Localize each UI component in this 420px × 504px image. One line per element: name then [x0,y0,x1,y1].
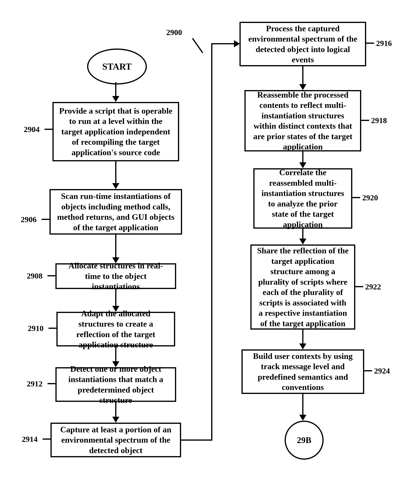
step-2918-text: Reassemble the processed contents to ref… [250,90,355,152]
step-2910: Adapt the allocated structures to create… [56,312,175,346]
connector-label: 29B [297,435,311,445]
step-2924-text: Build user contexts by using track messa… [247,351,358,393]
tick-2924 [364,370,372,371]
tick-2916 [366,42,374,44]
cross-v [211,43,212,441]
arrowhead-cross [234,40,240,47]
step-2908-text: Allocate structures in real-time to the … [61,260,170,292]
arrowhead-2924-conn [299,415,306,421]
step-2922-text: Share the reflection of the target appli… [256,246,349,329]
flowchart-canvas: { "figure_label": "2900", "start_label":… [0,0,420,504]
arrowhead-2904-2906 [112,183,119,189]
step-2920-text: Correlate the reassembled multi-instanti… [259,167,346,230]
step-2916-text: Process the captured environmental spect… [246,23,360,65]
step-2906: Scan run-time instantiations of objects … [49,189,182,234]
step-2914: Capture at least a portion of an environ… [50,423,181,457]
tick-2906 [42,219,49,220]
arrow-2904-2906 [115,161,116,183]
step-2920: Correlate the reassembled multi-instanti… [253,168,352,229]
arrow-2916-2918 [302,66,303,84]
cross-h1 [181,439,212,441]
ref-2906: 2906 [21,215,37,224]
ref-2912: 2912 [27,379,42,388]
arrow-start-2904 [115,82,116,96]
cross-h2 [211,43,234,44]
figure-label: 2900 [166,28,182,37]
step-2922: Share the reflection of the target appli… [250,245,355,330]
arrow-2920-2922 [302,229,303,239]
ref-2918: 2918 [371,116,387,125]
ref-2922: 2922 [365,282,381,291]
tick-2908 [48,275,55,276]
arrowhead-2922-2924 [299,343,306,349]
step-2918: Reassemble the processed contents to ref… [244,90,361,151]
arrowhead-2920-2922 [299,239,306,245]
connector-29b: 29B [285,421,324,460]
arrow-2912-2914 [115,402,116,417]
arrow-2908-2910 [115,289,116,306]
arrow-2910-2912 [115,346,116,361]
tick-2922 [355,286,363,287]
step-2912-text: Detect one or more object instantiations… [61,364,170,405]
ref-2916: 2916 [376,39,392,48]
ref-2908: 2908 [27,271,42,281]
step-2916: Process the captured environmental spect… [240,22,366,66]
tick-2918 [361,120,369,121]
arrow-2922-2924 [302,330,303,343]
start-label: START [102,61,132,72]
step-2914-text: Capture at least a portion of an environ… [56,424,175,456]
step-2912: Detect one or more object instantiations… [55,367,176,402]
ref-2910: 2910 [28,324,43,333]
step-2908: Allocate structures in real-time to the … [55,263,176,289]
ref-2914: 2914 [22,434,38,444]
tick-2914 [42,438,50,440]
start-node: START [87,48,147,84]
ref-2904: 2904 [24,125,40,134]
figure-label-slash [192,38,203,53]
ref-2924: 2924 [374,366,390,376]
step-2904: Provide a script that is operable to run… [53,102,179,161]
arrowhead-2916-2918 [299,84,306,90]
tick-2904 [45,129,53,130]
arrowhead-2912-2914 [112,417,119,423]
arrow-2906-2908 [115,234,116,257]
tick-2912 [48,383,55,384]
step-2906-text: Scan run-time instantiations of objects … [55,191,176,233]
arrow-2924-conn [302,394,303,415]
arrow-2918-2920 [302,151,303,162]
step-2910-text: Adapt the allocated structures to create… [62,308,169,350]
step-2904-text: Provide a script that is operable to run… [58,106,173,158]
ref-2920: 2920 [362,193,378,202]
step-2924: Build user contexts by using track messa… [241,349,364,394]
arrowhead-start-2904 [112,96,119,102]
tick-2920 [352,197,360,198]
tick-2910 [48,328,56,329]
